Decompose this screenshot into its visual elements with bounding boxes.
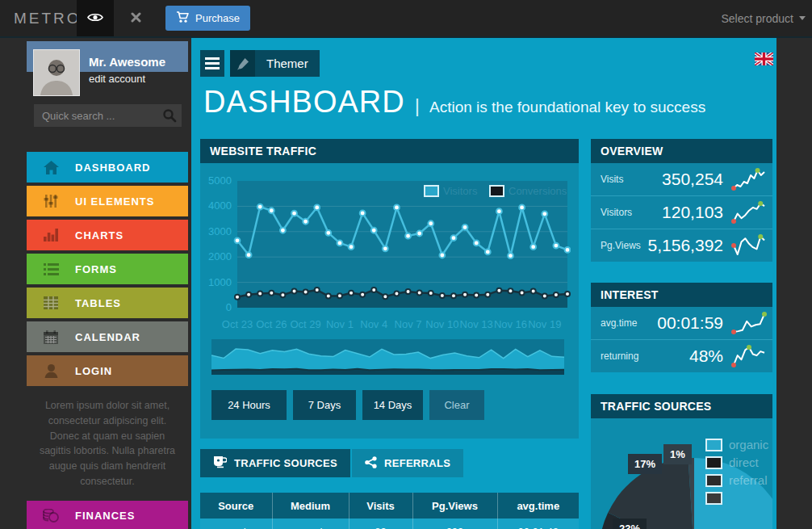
range-14-days-button[interactable]: 14 Days [362, 390, 423, 420]
traffic-sources-panel: TRAFFIC SOURCES 17% 1% 23% organic direc… [591, 394, 772, 529]
legend-label: direct [729, 456, 759, 469]
range-clear-button[interactable]: Clear [429, 390, 484, 420]
returning-sparkline [730, 344, 768, 368]
sidebar-item-label: TABLES [75, 297, 121, 309]
topbar: METRO Purchase Select product [0, 0, 812, 38]
sidebar-item-dashboard[interactable]: DASHBOARD [27, 152, 188, 183]
hamburger-menu-button[interactable] [200, 50, 224, 77]
toggle-sidebar-button[interactable] [77, 0, 114, 36]
svg-text:Oct 23: Oct 23 [222, 318, 253, 330]
svg-text:Conversions: Conversions [509, 185, 567, 197]
page-header: DASHBOARD | Action is the foundational k… [203, 85, 705, 120]
website-traffic-panel: WEBSITE TRAFFIC 010002000300040005000Oct… [200, 139, 579, 439]
stat-value: 5,156,392 [648, 236, 723, 255]
svg-text:3000: 3000 [208, 225, 232, 237]
sidebar-item-login[interactable]: LOGIN [27, 355, 188, 386]
title-separator: | [415, 94, 420, 117]
cell-medium: organic [272, 519, 349, 529]
edit-account-link[interactable]: edit account [89, 73, 145, 85]
visits-sparkline [730, 167, 768, 191]
cup-icon [213, 456, 227, 471]
sidebar-item-calendar[interactable]: CALENDAR [27, 321, 188, 352]
cell-avgtime: 00:01:48 [497, 519, 579, 529]
themer-button[interactable]: Themer [230, 50, 320, 77]
purchase-label: Purchase [195, 12, 240, 24]
overview-panel: OVERVIEW Visits 350,254 Visitors 120,103… [591, 139, 772, 262]
sidebar-item-charts[interactable]: CHARTS [27, 220, 188, 250]
svg-text:Nov 1: Nov 1 [326, 318, 354, 330]
tab-traffic-sources[interactable]: TRAFFIC SOURCES [200, 449, 350, 477]
svg-text:4000: 4000 [208, 199, 232, 212]
sidebar-item-finances[interactable]: FINANCES [27, 501, 188, 529]
legend-swatch [705, 492, 722, 505]
sidebar-item-label: UI ELEMENTS [75, 195, 154, 208]
uk-flag-icon[interactable] [755, 52, 773, 65]
tab-label: TRAFFIC SOURCES [234, 457, 337, 469]
range-buttons: 24 Hours 7 Days 14 Days Clear [211, 390, 484, 420]
page-title: DASHBOARD [203, 85, 405, 120]
sidebar-menu: DASHBOARD UI ELEMENTS CHARTS FORMS TABLE… [27, 152, 188, 529]
legend-swatch [705, 439, 722, 451]
table-row[interactable]: google organic 89 299 00:01:48 [200, 519, 579, 529]
list-icon [27, 263, 75, 275]
avatar[interactable] [34, 50, 79, 95]
pgviews-sparkline [730, 233, 768, 258]
legend-item-referral: referral [705, 473, 768, 487]
legend-label: organic [729, 438, 768, 451]
search-icon[interactable] [162, 108, 177, 126]
pie-label-1: 1% [663, 444, 692, 464]
sidebar-item-tables[interactable]: TABLES [27, 288, 188, 318]
brush-icon [230, 50, 255, 77]
cart-icon [176, 11, 190, 26]
sidebar-item-forms[interactable]: FORMS [27, 254, 188, 284]
page-subtitle: Action is the foundational key to succes… [429, 99, 705, 116]
sidebar-item-label: CALENDAR [75, 331, 140, 343]
bar-chart-icon [27, 229, 75, 241]
search-box [34, 104, 182, 127]
search-input[interactable] [34, 104, 182, 127]
sliders-icon [27, 194, 75, 208]
purchase-button[interactable]: Purchase [165, 6, 250, 31]
cell-pgviews: 299 [412, 519, 497, 529]
column-header: Source [200, 493, 272, 519]
svg-text:Nov 7: Nov 7 [395, 318, 422, 330]
home-icon [27, 161, 75, 174]
eye-icon [87, 11, 103, 26]
legend-item-direct: direct [705, 456, 768, 469]
close-icon [131, 11, 141, 26]
pie-label-23: 23% [613, 519, 647, 529]
sidebar-item-ui-elements[interactable]: UI ELEMENTS [27, 186, 188, 216]
app-logo: METRO [14, 0, 82, 36]
main-content: Themer DASHBOARD | Action is the foundat… [191, 38, 776, 529]
tab-referrals[interactable]: REFERRALS [352, 449, 463, 477]
svg-text:Oct 29: Oct 29 [290, 318, 320, 330]
range-7-days-button[interactable]: 7 Days [293, 390, 356, 420]
svg-text:5000: 5000 [208, 174, 232, 187]
legend-swatch [705, 474, 722, 487]
svg-text:Nov 19: Nov 19 [528, 318, 561, 330]
column-header: Pg.Views [412, 493, 497, 519]
stat-value: 350,254 [662, 170, 723, 189]
select-product-dropdown[interactable]: Select product [722, 0, 806, 36]
bottom-tabs: TRAFFIC SOURCES REFERRALS [200, 449, 463, 477]
stat-row-pgviews: Pg.Views 5,156,392 [591, 229, 772, 262]
cell-visits: 89 [349, 519, 412, 529]
sidebar: Mr. Awesome edit account DASHBOARD UI EL… [0, 38, 191, 529]
stat-value: 00:01:59 [657, 313, 723, 333]
svg-text:0: 0 [226, 301, 232, 313]
coins-icon [27, 509, 75, 523]
legend-item-fourth [705, 491, 768, 505]
table-icon [27, 296, 75, 309]
right-dark-strip [776, 38, 812, 529]
sidebar-item-label: DASHBOARD [75, 162, 151, 174]
traffic-line-chart: 010002000300040005000Oct 23Oct 26Oct 29N… [208, 173, 571, 339]
range-24-hours-button[interactable]: 24 Hours [211, 390, 287, 420]
stat-label: Visitors [601, 207, 632, 218]
traffic-navigator-chart[interactable] [211, 339, 564, 375]
select-product-label: Select product [722, 12, 794, 25]
stat-label: Visits [601, 174, 623, 185]
panel-title: OVERVIEW [591, 139, 772, 163]
traffic-sources-table: Source Medium Visits Pg.Views avg.time g… [200, 493, 579, 529]
stat-row-visits: Visits 350,254 [591, 163, 772, 195]
close-button[interactable] [123, 0, 149, 36]
